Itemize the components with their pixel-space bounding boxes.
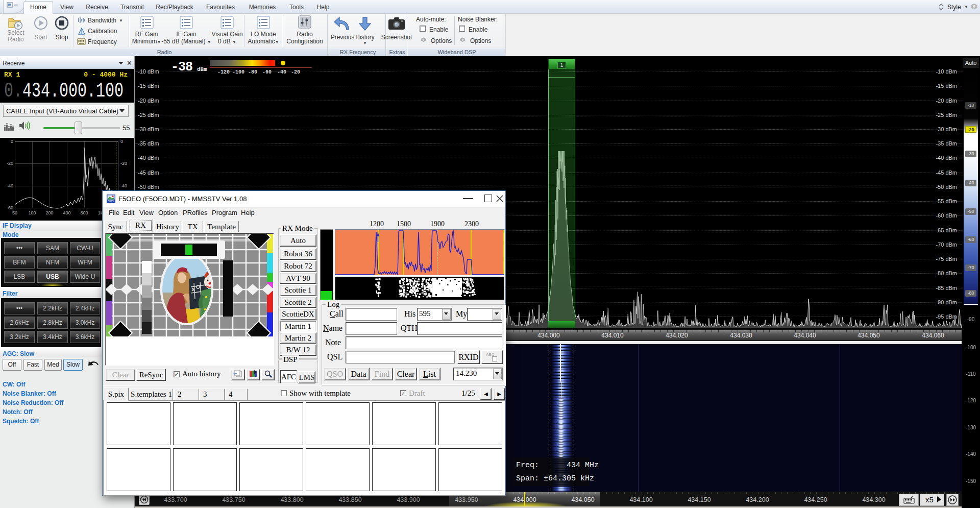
- svg-text:SSTV: SSTV: [108, 200, 114, 203]
